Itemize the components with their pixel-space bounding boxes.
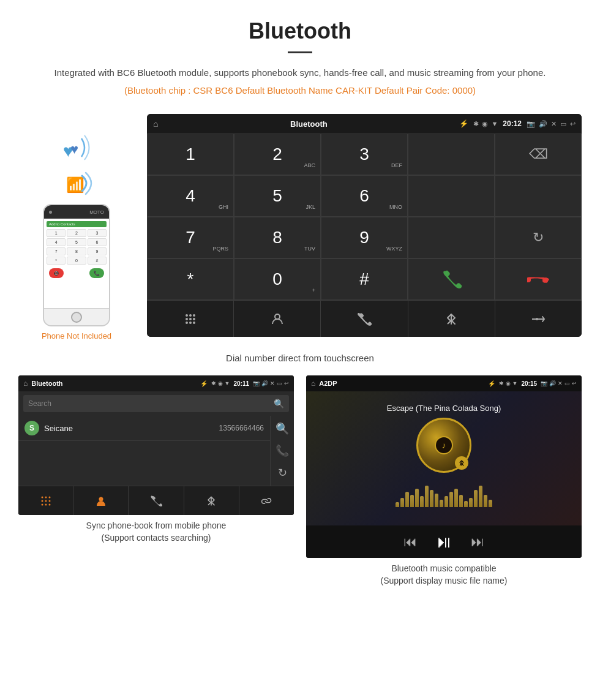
- pb-main-area: S Seicane 13566664466 🔍 📞 ↻: [18, 416, 294, 486]
- dial-backspace[interactable]: ⌫: [495, 134, 582, 175]
- pb-action-icons: 📷 🔊 ✕ ▭ ↩: [253, 380, 289, 386]
- pb-right-refresh-icon[interactable]: ↻: [278, 466, 287, 480]
- svg-point-17: [45, 496, 47, 498]
- phone-key-star: *: [47, 257, 66, 265]
- dial-empty-3: [495, 175, 582, 217]
- signal-status-icon: ▼: [491, 120, 498, 127]
- dial-hangup-button[interactable]: [495, 258, 582, 300]
- page-title: Bluetooth: [24, 18, 576, 44]
- eq-bar: [479, 486, 482, 507]
- dial-key-6[interactable]: 6MNO: [321, 175, 408, 217]
- eq-bar: [440, 500, 443, 507]
- pb-status-time: 20:11: [233, 380, 249, 387]
- bottom-screenshots: ⌂ Bluetooth ⚡ ✱ ◉ ▼ 20:11 📷 🔊 ✕ ▭ ↩: [0, 375, 600, 587]
- music-caption-line2: (Support display music file name): [381, 576, 508, 585]
- bt-signal-icon: 📶: [55, 167, 98, 200]
- car-nav-settings[interactable]: [495, 301, 582, 337]
- svg-point-6: [193, 314, 195, 317]
- pb-phone-icon: [150, 495, 162, 507]
- phone-key-8: 8: [67, 247, 86, 255]
- svg-point-12: [193, 322, 195, 324]
- pb-nav-phone[interactable]: [129, 486, 184, 515]
- phone-dialpad: 1 2 3 4 5 6 7 8 9 * 0 #: [47, 229, 107, 265]
- ms-next-btn[interactable]: ⏭: [471, 534, 484, 550]
- car-nav-phone[interactable]: [321, 301, 408, 337]
- eq-bar: [410, 495, 414, 507]
- music-caption: Bluetooth music compatible (Support disp…: [306, 563, 582, 587]
- phone-key-9: 9: [88, 247, 107, 255]
- eq-bar: [484, 495, 487, 507]
- svg-point-4: [186, 314, 188, 317]
- bluetooth-specs: (Bluetooth chip : CSR BC6 Default Blueto…: [24, 85, 576, 96]
- dial-empty-2: [408, 175, 495, 217]
- pb-search-bar[interactable]: Search 🔍: [23, 395, 289, 412]
- pb-contact-letter: S: [24, 421, 39, 435]
- pb-nav-link[interactable]: [239, 486, 294, 515]
- ms-statusbar: ⌂ A2DP ⚡ ✱ ◉ ▼ 20:15 📷 🔊 ✕ ▭ ↩: [306, 375, 582, 391]
- dial-key-2[interactable]: 2ABC: [234, 134, 321, 175]
- ms-equalizer: [396, 483, 492, 507]
- pb-loc-icon: ◉: [218, 380, 223, 386]
- ms-status-icons: ✱ ◉ ▼: [499, 380, 518, 386]
- ms-x-icon: ✕: [558, 380, 563, 386]
- pb-home-icon: ⌂: [23, 379, 28, 388]
- dial-refresh[interactable]: ↻: [495, 217, 582, 258]
- dial-key-hash[interactable]: #: [321, 258, 408, 300]
- pb-right-call-icon[interactable]: 📞: [276, 444, 289, 457]
- dial-key-7[interactable]: 7PQRS: [147, 217, 234, 258]
- dial-key-8[interactable]: 8TUV: [234, 217, 321, 258]
- dial-key-3[interactable]: 3DEF: [321, 134, 408, 175]
- phone-key-6: 6: [88, 238, 107, 246]
- eq-bar: [420, 496, 424, 507]
- location-status-icon: ◉: [482, 120, 488, 128]
- dial-empty-1: [408, 134, 495, 175]
- pb-bt-icon: [205, 495, 217, 507]
- title-divider: [288, 51, 312, 53]
- pb-nav-profile[interactable]: [73, 486, 129, 515]
- svg-text:♥: ♥: [70, 141, 78, 157]
- pb-vol-icon: 🔊: [261, 380, 268, 386]
- phone-key-0: 0: [67, 257, 86, 265]
- eq-bar: [464, 501, 468, 507]
- dial-key-star[interactable]: *: [147, 258, 234, 300]
- dial-key-0[interactable]: 0+: [234, 258, 321, 300]
- dial-key-2-sub: ABC: [304, 162, 315, 168]
- pb-statusbar: ⌂ Bluetooth ⚡ ✱ ◉ ▼ 20:11 📷 🔊 ✕ ▭ ↩: [18, 375, 294, 391]
- eq-bar: [396, 502, 399, 507]
- ms-prev-btn[interactable]: ⏮: [403, 534, 417, 550]
- phone-mockup-container: ♥ ♥ 📶 MOTO Add to Contacts 1: [18, 114, 135, 341]
- car-nav-dialpad[interactable]: [147, 301, 234, 337]
- pb-nav-dialpad[interactable]: [18, 486, 73, 515]
- phonebook-caption: Sync phone-book from mobile phone (Suppo…: [18, 520, 294, 544]
- eq-bar: [459, 495, 463, 507]
- ms-bt-badge: [455, 456, 468, 470]
- pb-status-title: Bluetooth: [31, 380, 196, 387]
- pb-contact-name: Seicane: [44, 424, 219, 433]
- svg-point-9: [193, 318, 195, 320]
- pb-nav-bt[interactable]: [184, 486, 239, 515]
- eq-bar: [449, 492, 453, 507]
- phone-call-buttons: 📵 📞: [47, 268, 107, 278]
- ms-camera-icon: 📷: [541, 380, 547, 386]
- bluetooth-nav-icon: [444, 312, 459, 326]
- phone-bottom-bar: [44, 308, 109, 325]
- pb-right-search-icon[interactable]: 🔍: [276, 422, 289, 435]
- pb-camera-icon: 📷: [253, 380, 260, 386]
- phone-key-4: 4: [47, 238, 66, 246]
- svg-point-15: [536, 318, 538, 320]
- svg-point-10: [186, 322, 188, 324]
- dial-call-button[interactable]: [408, 258, 495, 300]
- car-nav-bluetooth[interactable]: [408, 301, 495, 337]
- car-screen-title: Bluetooth: [163, 119, 454, 129]
- ms-win-icon: ▭: [564, 380, 570, 386]
- dial-key-4[interactable]: 4GHI: [147, 175, 234, 217]
- ms-play-btn[interactable]: ⏯: [435, 532, 452, 552]
- dial-key-1[interactable]: 1: [147, 134, 234, 175]
- dial-key-6-sub: MNO: [389, 204, 402, 210]
- svg-point-24: [48, 503, 50, 505]
- car-nav-contacts[interactable]: [234, 301, 321, 337]
- dial-key-9[interactable]: 9WXYZ: [321, 217, 408, 258]
- svg-point-25: [99, 497, 103, 501]
- pb-search-text: Search: [28, 399, 274, 408]
- dial-key-5[interactable]: 5JKL: [234, 175, 321, 217]
